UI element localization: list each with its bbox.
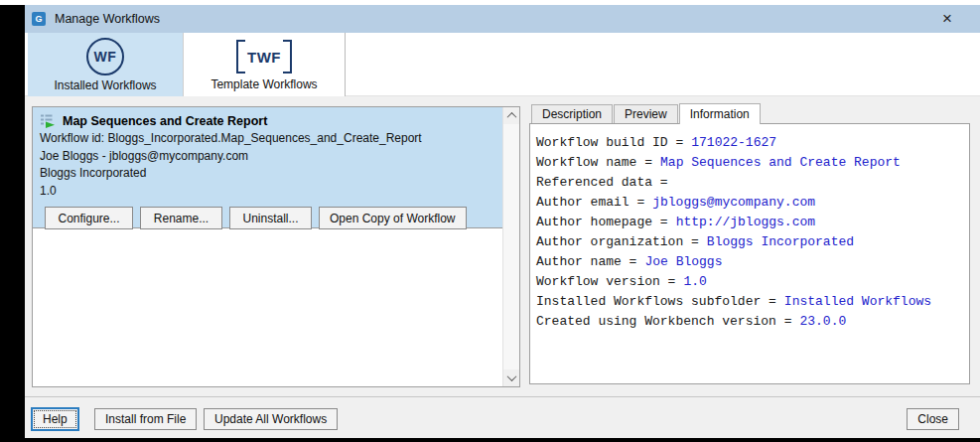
installed-workflows-icon: WF [86, 38, 124, 75]
titlebar[interactable]: G Manage Workflows × [25, 5, 980, 33]
configure-button[interactable]: Configure... [45, 207, 133, 229]
chevron-down-icon [506, 371, 516, 381]
workflow-author-line: Joe Bloggs - jbloggs@mycompany.com [40, 148, 495, 166]
info-label: Created using Workbench version = [536, 314, 791, 329]
tab-information[interactable]: Information [679, 103, 761, 124]
window-close-icon[interactable]: × [934, 5, 960, 33]
workflow-version-line: 1.0 [40, 183, 495, 201]
info-value: Map Sequences and Create Report [660, 155, 901, 170]
info-line-author-organization: Author organization =Bloggs Incorporated [536, 232, 963, 252]
workflow-title: Map Sequences and Create Report [63, 114, 267, 128]
info-value: 171022-1627 [691, 135, 776, 150]
info-label: Workflow version = [536, 274, 675, 289]
tab-preview[interactable]: Preview [614, 104, 678, 123]
uninstall-button[interactable]: Uninstall... [229, 207, 312, 229]
installed-workflows-list[interactable]: Map Sequences and Create Report Workflow… [32, 106, 520, 387]
workflow-list-item-selected[interactable]: Map Sequences and Create Report Workflow… [33, 107, 502, 228]
info-label: Installed Workflows subfolder = [536, 294, 776, 309]
info-label: Referenced data = [536, 175, 668, 190]
install-from-file-button[interactable]: Install from File [94, 408, 197, 430]
open-copy-of-workflow-button[interactable]: Open Copy of Workflow [319, 207, 467, 229]
manage-workflows-dialog: G Manage Workflows × WF Installed Workfl… [0, 0, 980, 442]
info-label: Author organization = [536, 234, 699, 249]
info-line-build-id: Workflow build ID =171022-1627 [536, 133, 963, 153]
rename-button[interactable]: Rename... [140, 207, 222, 229]
info-label: Author name = [536, 254, 636, 269]
footer-separator [25, 396, 980, 397]
list-vertical-scrollbar[interactable] [502, 107, 519, 386]
tab-template-workflows[interactable]: TWF Template Workflows [183, 33, 346, 96]
workflow-action-buttons: Configure... Rename... Uninstall... Open… [45, 207, 495, 229]
workflow-id-line: Workflow id: Bloggs_Incorporated.Map_Seq… [40, 130, 495, 148]
main-tabstrip: WF Installed Workflows TWF Template Work… [25, 33, 980, 96]
update-all-workflows-button[interactable]: Update All Workflows [204, 408, 338, 430]
workflow-organization-line: Bloggs Incorporated [40, 165, 495, 183]
dialog-body: Map Sequences and Create Report Workflow… [25, 96, 980, 438]
info-value: jbloggs@mycompany.com [652, 195, 815, 210]
detail-tabs: Description Preview Information [531, 104, 762, 124]
info-value: Joe Bloggs [644, 254, 722, 269]
info-line-author-homepage: Author homepage =http://jbloggs.com [536, 213, 963, 232]
close-button[interactable]: Close [907, 408, 959, 430]
info-label: Author homepage = [536, 215, 668, 229]
scroll-down-button[interactable] [503, 369, 519, 386]
tab-template-workflows-label: Template Workflows [210, 77, 317, 91]
info-line-subfolder: Installed Workflows subfolder =Installed… [536, 292, 963, 312]
information-content[interactable]: Workflow build ID =171022-1627 Workflow … [529, 123, 970, 384]
info-label: Workflow name = [536, 155, 652, 170]
info-value: Bloggs Incorporated [707, 234, 854, 249]
info-label: Author email = [536, 195, 644, 210]
window-title: Manage Workflows [55, 12, 160, 26]
info-value: http://jbloggs.com [676, 215, 815, 229]
info-line-author-email: Author email =jbloggs@mycompany.com [536, 193, 963, 213]
info-label: Workflow build ID = [536, 135, 683, 150]
chevron-up-icon [506, 112, 516, 122]
help-button[interactable]: Help [31, 407, 79, 431]
scroll-up-button[interactable] [503, 107, 519, 124]
template-workflows-icon: TWF [236, 40, 292, 74]
tab-installed-workflows-label: Installed Workflows [54, 78, 156, 92]
workflow-icon [40, 113, 56, 129]
workflow-detail-panel: Description Preview Information Workflow… [529, 104, 970, 384]
info-line-name: Workflow name =Map Sequences and Create … [536, 153, 963, 173]
info-value: Installed Workflows [784, 294, 931, 309]
info-line-workbench-version: Created using Workbench version =23.0.0 [536, 312, 963, 332]
app-logo-icon: G [32, 12, 46, 26]
info-line-author-name: Author name =Joe Bloggs [536, 252, 963, 272]
tab-installed-workflows[interactable]: WF Installed Workflows [28, 33, 183, 96]
info-line-workflow-version: Workflow version =1.0 [536, 272, 963, 292]
tab-description[interactable]: Description [531, 104, 613, 123]
info-value: 23.0.0 [799, 314, 846, 329]
info-value: 1.0 [683, 274, 706, 289]
info-line-referenced-data: Referenced data = [536, 173, 963, 193]
